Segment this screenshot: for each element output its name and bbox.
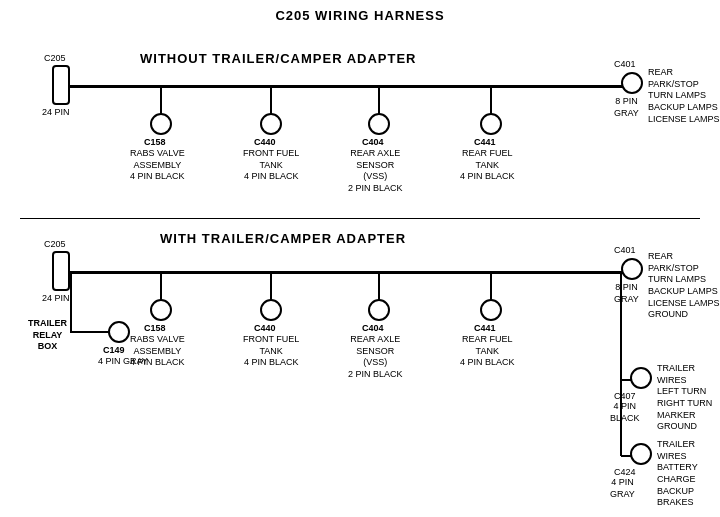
bottom-c205-id: C205: [44, 239, 66, 251]
bottom-c401-desc: REAR PARK/STOPTURN LAMPSBACKUP LAMPSLICE…: [648, 251, 720, 321]
bottom-main-hline: [68, 271, 630, 274]
bottom-section-label: WITH TRAILER/CAMPER ADAPTER: [160, 231, 406, 246]
bottom-c404-label: REAR AXLESENSOR(VSS)2 PIN BLACK: [348, 334, 403, 381]
bottom-c424-desc: TRAILER WIRESBATTERY CHARGEBACKUPBRAKES: [657, 439, 720, 509]
top-c441-connector: [480, 113, 502, 135]
bottom-c158-connector: [150, 299, 172, 321]
bottom-c440-label: FRONT FUELTANK4 PIN BLACK: [243, 334, 299, 369]
top-c441-vline: [490, 86, 492, 116]
bottom-c149-connector: [108, 321, 130, 343]
top-section-label: WITHOUT TRAILER/CAMPER ADAPTER: [140, 51, 417, 66]
bottom-c441-id: C441: [474, 323, 496, 335]
bottom-c407-connector: [630, 367, 652, 389]
bottom-c407-desc: TRAILER WIRESLEFT TURNRIGHT TURNMARKERGR…: [657, 363, 720, 433]
bottom-c205-connector: [52, 251, 70, 291]
top-c158-id: C158: [144, 137, 166, 149]
bottom-c158-id: C158: [144, 323, 166, 335]
bottom-c205-sub: 24 PIN: [42, 293, 70, 305]
bottom-c440-connector: [260, 299, 282, 321]
bottom-c404-connector: [368, 299, 390, 321]
top-main-hline: [68, 85, 630, 88]
top-c401-sub: 8 PINGRAY: [614, 96, 639, 119]
top-c404-vline: [378, 86, 380, 116]
bottom-c404-vline: [378, 272, 380, 302]
bottom-c158-vline: [160, 272, 162, 302]
bottom-c441-connector: [480, 299, 502, 321]
diagram-area: WITHOUT TRAILER/CAMPER ADAPTER C205 24 P…: [0, 23, 720, 513]
top-c205-id: C205: [44, 53, 66, 65]
top-c404-id: C404: [362, 137, 384, 149]
bottom-c401-sub: 8 PINGRAY: [614, 282, 639, 305]
bottom-c149-id: C149: [103, 345, 125, 357]
top-c440-id: C440: [254, 137, 276, 149]
bottom-c401-connector: [621, 258, 643, 280]
top-c441-label: REAR FUELTANK4 PIN BLACK: [460, 148, 515, 183]
trailer-relay-label: TRAILERRELAYBOX: [28, 318, 67, 353]
top-c440-connector: [260, 113, 282, 135]
bottom-c407-sub: 4 PINBLACK: [610, 401, 640, 424]
bottom-c440-vline: [270, 272, 272, 302]
bottom-c424-connector: [630, 443, 652, 465]
top-c404-label: REAR AXLESENSOR(VSS)2 PIN BLACK: [348, 148, 403, 195]
top-c440-label: FRONT FUELTANK4 PIN BLACK: [243, 148, 299, 183]
bottom-c158-label: RABS VALVEASSEMBLY4 PIN BLACK: [130, 334, 185, 369]
top-c158-connector: [150, 113, 172, 135]
bottom-right-vline: [620, 271, 622, 456]
top-c158-vline: [160, 86, 162, 116]
top-c401-desc: REAR PARK/STOPTURN LAMPSBACKUP LAMPSLICE…: [648, 67, 720, 125]
bottom-c440-id: C440: [254, 323, 276, 335]
top-c205-connector: [52, 65, 70, 105]
bottom-c441-vline: [490, 272, 492, 302]
top-c401-connector: [621, 72, 643, 94]
bottom-c149-vline-main: [70, 272, 72, 332]
top-c401-id: C401: [614, 59, 636, 71]
top-c158-label: RABS VALVEASSEMBLY4 PIN BLACK: [130, 148, 185, 183]
bottom-c441-label: REAR FUELTANK4 PIN BLACK: [460, 334, 515, 369]
bottom-c401-id: C401: [614, 245, 636, 257]
top-c440-vline: [270, 86, 272, 116]
top-c205-sub: 24 PIN: [42, 107, 70, 119]
divider: [20, 218, 700, 219]
bottom-c404-id: C404: [362, 323, 384, 335]
page-title: C205 WIRING HARNESS: [0, 0, 720, 23]
top-c441-id: C441: [474, 137, 496, 149]
bottom-c424-sub: 4 PINGRAY: [610, 477, 635, 500]
top-c404-connector: [368, 113, 390, 135]
